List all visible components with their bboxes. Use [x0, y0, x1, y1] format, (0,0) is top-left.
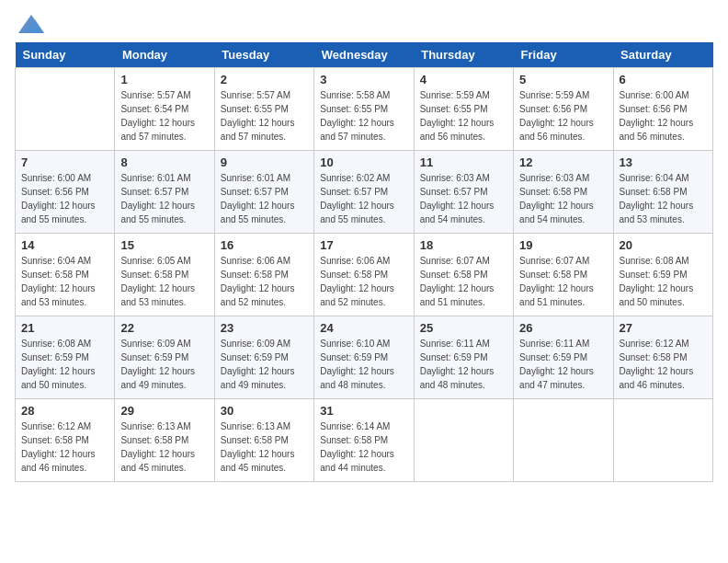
day-number: 21 — [21, 321, 108, 335]
day-info: Sunrise: 5:57 AM Sunset: 6:54 PM Dayligh… — [120, 88, 208, 144]
day-number: 19 — [519, 238, 607, 252]
calendar-cell: 11Sunrise: 6:03 AM Sunset: 6:57 PM Dayli… — [414, 151, 513, 234]
day-info: Sunrise: 6:09 AM Sunset: 6:59 PM Dayligh… — [221, 337, 308, 392]
day-info: Sunrise: 6:12 AM Sunset: 6:58 PM Dayligh… — [620, 337, 707, 392]
day-number: 17 — [320, 238, 407, 252]
calendar-cell: 9Sunrise: 6:01 AM Sunset: 6:57 PM Daylig… — [214, 151, 313, 234]
calendar-cell: 18Sunrise: 6:07 AM Sunset: 6:58 PM Dayli… — [414, 234, 513, 316]
day-number: 4 — [420, 73, 507, 86]
day-number: 14 — [21, 238, 108, 252]
calendar-cell: 28Sunrise: 6:12 AM Sunset: 6:58 PM Dayli… — [16, 399, 115, 482]
weekday-header-sunday: Sunday — [16, 42, 115, 68]
week-row-3: 14Sunrise: 6:04 AM Sunset: 6:58 PM Dayli… — [16, 234, 713, 316]
day-info: Sunrise: 6:13 AM Sunset: 6:58 PM Dayligh… — [221, 419, 308, 475]
day-info: Sunrise: 6:08 AM Sunset: 6:59 PM Dayligh… — [620, 254, 707, 309]
day-number: 5 — [519, 73, 607, 86]
day-number: 28 — [21, 404, 108, 418]
calendar-cell: 31Sunrise: 6:14 AM Sunset: 6:58 PM Dayli… — [314, 399, 414, 482]
week-row-4: 21Sunrise: 6:08 AM Sunset: 6:59 PM Dayli… — [16, 316, 713, 399]
day-info: Sunrise: 6:09 AM Sunset: 6:59 PM Dayligh… — [120, 337, 208, 392]
calendar-cell: 4Sunrise: 5:59 AM Sunset: 6:55 PM Daylig… — [414, 68, 513, 151]
calendar-cell — [613, 399, 712, 482]
calendar-cell: 14Sunrise: 6:04 AM Sunset: 6:58 PM Dayli… — [16, 234, 115, 316]
calendar-cell: 16Sunrise: 6:06 AM Sunset: 6:58 PM Dayli… — [214, 234, 313, 316]
day-number: 11 — [420, 155, 507, 169]
calendar-cell: 23Sunrise: 6:09 AM Sunset: 6:59 PM Dayli… — [214, 316, 313, 399]
day-info: Sunrise: 6:03 AM Sunset: 6:57 PM Dayligh… — [420, 171, 507, 226]
calendar-cell: 15Sunrise: 6:05 AM Sunset: 6:58 PM Dayli… — [115, 234, 214, 316]
calendar-cell: 2Sunrise: 5:57 AM Sunset: 6:55 PM Daylig… — [214, 68, 313, 151]
day-number: 13 — [620, 155, 707, 169]
calendar-cell — [16, 68, 115, 151]
calendar-cell: 30Sunrise: 6:13 AM Sunset: 6:58 PM Dayli… — [214, 399, 313, 482]
day-number: 12 — [519, 155, 607, 169]
day-number: 25 — [420, 321, 507, 335]
calendar-cell: 24Sunrise: 6:10 AM Sunset: 6:59 PM Dayli… — [314, 316, 414, 399]
week-row-2: 7Sunrise: 6:00 AM Sunset: 6:56 PM Daylig… — [16, 151, 713, 234]
day-number: 6 — [620, 73, 707, 86]
day-info: Sunrise: 6:01 AM Sunset: 6:57 PM Dayligh… — [120, 171, 208, 226]
day-info: Sunrise: 6:14 AM Sunset: 6:58 PM Dayligh… — [320, 419, 407, 475]
day-info: Sunrise: 6:11 AM Sunset: 6:59 PM Dayligh… — [420, 337, 507, 392]
day-number: 18 — [420, 238, 507, 252]
day-info: Sunrise: 6:08 AM Sunset: 6:59 PM Dayligh… — [21, 337, 108, 392]
day-number: 2 — [221, 73, 308, 86]
day-info: Sunrise: 6:07 AM Sunset: 6:58 PM Dayligh… — [519, 254, 607, 309]
day-info: Sunrise: 6:13 AM Sunset: 6:58 PM Dayligh… — [120, 419, 208, 475]
day-info: Sunrise: 5:58 AM Sunset: 6:55 PM Dayligh… — [320, 88, 407, 144]
day-number: 3 — [320, 73, 407, 86]
calendar-cell: 12Sunrise: 6:03 AM Sunset: 6:58 PM Dayli… — [514, 151, 613, 234]
calendar-cell: 20Sunrise: 6:08 AM Sunset: 6:59 PM Dayli… — [613, 234, 712, 316]
weekday-header-tuesday: Tuesday — [214, 42, 313, 68]
day-number: 8 — [120, 155, 208, 169]
calendar-cell: 5Sunrise: 5:59 AM Sunset: 6:56 PM Daylig… — [514, 68, 613, 151]
calendar-cell: 3Sunrise: 5:58 AM Sunset: 6:55 PM Daylig… — [314, 68, 414, 151]
weekday-header-row: SundayMondayTuesdayWednesdayThursdayFrid… — [16, 42, 713, 68]
week-row-5: 28Sunrise: 6:12 AM Sunset: 6:58 PM Dayli… — [16, 399, 713, 482]
calendar-table: SundayMondayTuesdayWednesdayThursdayFrid… — [15, 42, 713, 482]
calendar-cell: 6Sunrise: 6:00 AM Sunset: 6:56 PM Daylig… — [613, 68, 712, 151]
calendar-cell: 10Sunrise: 6:02 AM Sunset: 6:57 PM Dayli… — [314, 151, 414, 234]
calendar-cell: 19Sunrise: 6:07 AM Sunset: 6:58 PM Dayli… — [514, 234, 613, 316]
day-info: Sunrise: 6:06 AM Sunset: 6:58 PM Dayligh… — [320, 254, 407, 309]
calendar-cell: 25Sunrise: 6:11 AM Sunset: 6:59 PM Dayli… — [414, 316, 513, 399]
day-number: 31 — [320, 404, 407, 418]
day-number: 20 — [620, 238, 707, 252]
day-info: Sunrise: 6:02 AM Sunset: 6:57 PM Dayligh… — [320, 171, 407, 226]
logo — [15, 15, 44, 33]
day-number: 16 — [221, 238, 308, 252]
weekday-header-saturday: Saturday — [613, 42, 712, 68]
page-header — [15, 15, 713, 33]
day-number: 30 — [221, 404, 308, 418]
weekday-header-friday: Friday — [514, 42, 613, 68]
day-info: Sunrise: 6:00 AM Sunset: 6:56 PM Dayligh… — [21, 171, 108, 226]
calendar-cell — [514, 399, 613, 482]
day-info: Sunrise: 6:04 AM Sunset: 6:58 PM Dayligh… — [620, 171, 707, 226]
day-info: Sunrise: 5:59 AM Sunset: 6:56 PM Dayligh… — [519, 88, 607, 144]
day-number: 1 — [120, 73, 208, 86]
calendar-cell: 13Sunrise: 6:04 AM Sunset: 6:58 PM Dayli… — [613, 151, 712, 234]
calendar-cell: 1Sunrise: 5:57 AM Sunset: 6:54 PM Daylig… — [115, 68, 214, 151]
day-info: Sunrise: 6:00 AM Sunset: 6:56 PM Dayligh… — [620, 88, 707, 144]
calendar-cell: 29Sunrise: 6:13 AM Sunset: 6:58 PM Dayli… — [115, 399, 214, 482]
calendar-cell: 8Sunrise: 6:01 AM Sunset: 6:57 PM Daylig… — [115, 151, 214, 234]
calendar-cell — [414, 399, 513, 482]
day-number: 26 — [519, 321, 607, 335]
day-info: Sunrise: 6:03 AM Sunset: 6:58 PM Dayligh… — [519, 171, 607, 226]
weekday-header-monday: Monday — [115, 42, 214, 68]
logo-icon — [18, 15, 44, 33]
day-number: 23 — [221, 321, 308, 335]
day-number: 29 — [120, 404, 208, 418]
day-info: Sunrise: 6:11 AM Sunset: 6:59 PM Dayligh… — [519, 337, 607, 392]
day-info: Sunrise: 6:05 AM Sunset: 6:58 PM Dayligh… — [120, 254, 208, 309]
day-number: 24 — [320, 321, 407, 335]
calendar-cell: 27Sunrise: 6:12 AM Sunset: 6:58 PM Dayli… — [613, 316, 712, 399]
day-info: Sunrise: 6:06 AM Sunset: 6:58 PM Dayligh… — [221, 254, 308, 309]
day-info: Sunrise: 6:12 AM Sunset: 6:58 PM Dayligh… — [21, 419, 108, 475]
day-number: 27 — [620, 321, 707, 335]
day-number: 15 — [120, 238, 208, 252]
day-number: 10 — [320, 155, 407, 169]
calendar-cell: 21Sunrise: 6:08 AM Sunset: 6:59 PM Dayli… — [16, 316, 115, 399]
calendar-cell: 7Sunrise: 6:00 AM Sunset: 6:56 PM Daylig… — [16, 151, 115, 234]
calendar-cell: 17Sunrise: 6:06 AM Sunset: 6:58 PM Dayli… — [314, 234, 414, 316]
